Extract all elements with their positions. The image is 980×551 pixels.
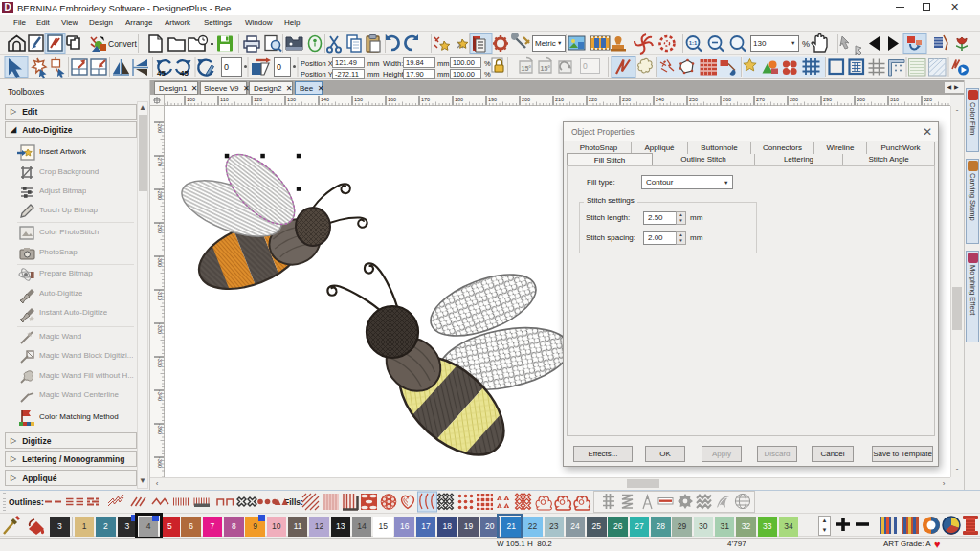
svg-text:15°: 15° — [522, 65, 532, 72]
svg-text:-280: -280 — [157, 189, 163, 200]
svg-text:15°: 15° — [541, 65, 551, 72]
svg-text:230: 230 — [622, 97, 631, 102]
svg-text:140: 140 — [321, 97, 329, 102]
svg-text:-310: -310 — [157, 290, 163, 300]
svg-text:260: 260 — [723, 97, 731, 102]
svg-text:190: 190 — [488, 97, 497, 102]
svg-text:1:1: 1:1 — [689, 40, 698, 46]
svg-text:-270: -270 — [157, 156, 163, 166]
svg-text:210: 210 — [555, 97, 564, 102]
svg-text:120: 120 — [254, 97, 262, 102]
svg-text:280: 280 — [790, 97, 798, 102]
svg-text:160: 160 — [388, 97, 396, 102]
svg-text:110: 110 — [220, 97, 229, 102]
svg-text:-320: -320 — [157, 323, 163, 334]
svg-text:130: 130 — [287, 97, 296, 102]
svg-text:-330: -330 — [157, 357, 163, 367]
svg-text:100: 100 — [187, 97, 195, 102]
svg-text:-300: -300 — [157, 256, 163, 267]
svg-text:150: 150 — [354, 97, 363, 102]
svg-text:220: 220 — [589, 97, 597, 102]
svg-text:-340: -340 — [157, 390, 163, 401]
svg-text:-360: -360 — [157, 457, 163, 468]
svg-text:-350: -350 — [157, 424, 163, 434]
svg-text:320: 320 — [924, 97, 932, 102]
svg-text:-290: -290 — [157, 223, 163, 233]
svg-text:290: 290 — [823, 97, 832, 102]
svg-text:200: 200 — [522, 97, 530, 102]
svg-text:250: 250 — [689, 97, 698, 102]
svg-text:170: 170 — [421, 97, 430, 102]
svg-text:300: 300 — [857, 97, 865, 102]
svg-text:180: 180 — [455, 97, 463, 102]
svg-text:310: 310 — [890, 97, 899, 102]
svg-text:270: 270 — [756, 97, 765, 102]
svg-text:240: 240 — [656, 97, 664, 102]
svg-text:-260: -260 — [157, 122, 163, 133]
